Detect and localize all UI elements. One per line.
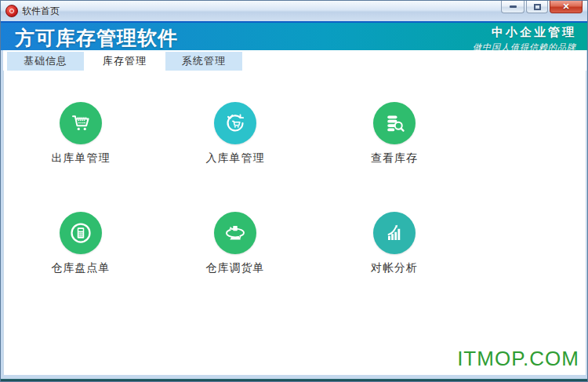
maximize-icon: [534, 4, 541, 10]
maximize-button[interactable]: [526, 1, 548, 13]
main-content: 出库单管理 入库单管理: [3, 71, 586, 375]
window-title: 软件首页: [22, 5, 60, 18]
close-button[interactable]: ✕: [550, 1, 583, 13]
tab-strip: 基础信息 库存管理 系统管理: [3, 50, 586, 71]
tab-inventory-management[interactable]: 库存管理: [86, 52, 163, 71]
brand-slogan-main: 中小企业管理: [473, 25, 576, 40]
tile-label: 仓库盘点单: [52, 261, 111, 275]
tile-inbound-orders[interactable]: 入库单管理: [183, 102, 287, 166]
calculator-icon: [60, 212, 102, 254]
tile-outbound-orders[interactable]: 出库单管理: [29, 102, 132, 166]
inbound-cart-icon: [214, 102, 256, 144]
watermark: ITMOP.COM: [457, 347, 579, 371]
header-banner: 方可库存管理软件 中小企业管理 做中国人值得信赖的品牌: [1, 21, 587, 50]
window-controls: ✕: [499, 1, 583, 13]
minimize-icon: [510, 5, 517, 8]
app-title: 方可库存管理软件: [15, 25, 178, 51]
close-icon: ✕: [562, 2, 569, 11]
tile-transfer[interactable]: 仓库调货单: [183, 212, 287, 275]
tile-view-stock[interactable]: 查看库存: [343, 102, 446, 166]
tile-label: 查看库存: [371, 151, 418, 166]
cart-icon: [60, 102, 102, 144]
minimize-button[interactable]: [501, 1, 524, 13]
stock-search-icon: [373, 102, 416, 144]
tab-basic-info[interactable]: 基础信息: [7, 52, 84, 71]
tile-label: 出库单管理: [52, 151, 111, 166]
chart-icon: [373, 212, 416, 254]
transfer-icon: [214, 212, 256, 254]
app-window: 软件首页 ✕ 方可库存管理软件 中小企业管理 做中国人值得信赖的品牌 基础信息 …: [0, 0, 588, 382]
brand-block: 中小企业管理 做中国人值得信赖的品牌: [473, 25, 576, 53]
tile-stocktake[interactable]: 仓库盘点单: [29, 212, 132, 275]
tile-label: 对帐分析: [371, 261, 418, 275]
app-logo-icon[interactable]: [5, 5, 18, 17]
tab-system-management[interactable]: 系统管理: [165, 52, 242, 71]
window-frame-edge: [1, 379, 587, 382]
tile-label: 入库单管理: [206, 151, 265, 166]
tile-reconciliation[interactable]: 对帐分析: [343, 212, 446, 275]
tile-label: 仓库调货单: [206, 261, 265, 275]
app-logo-glyph: [9, 9, 14, 13]
